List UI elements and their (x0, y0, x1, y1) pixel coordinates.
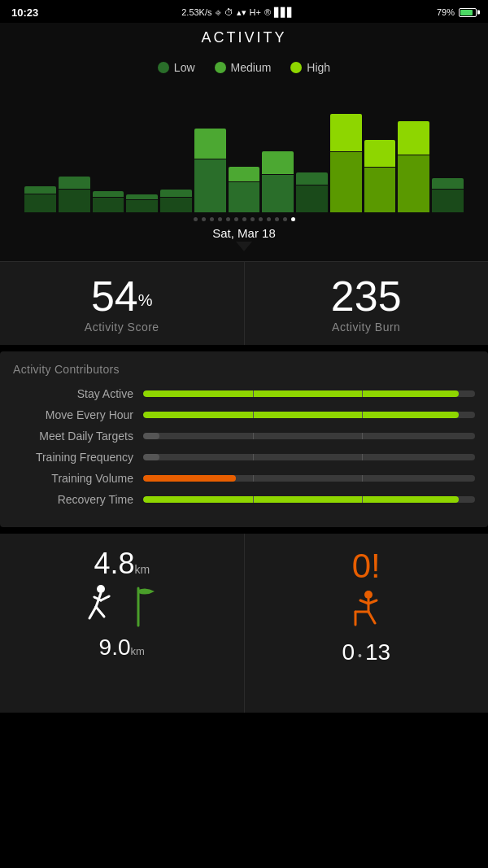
dot-5 (226, 217, 230, 221)
bar-group-11 (398, 121, 429, 212)
bar-bot-7 (262, 175, 294, 212)
bar-top-11 (398, 121, 429, 155)
dot-3 (210, 217, 214, 221)
bluetooth-icon: ⎆ (216, 7, 221, 17)
bottom-card-walking: 4.8km 9.0km (0, 534, 245, 713)
bar-top-3 (126, 194, 158, 199)
walking-main-value: 4.8km (94, 547, 150, 581)
bar-fill-training-frequency (143, 454, 159, 460)
walking-sub-km: 9.0 (99, 635, 131, 660)
bar-top-5 (194, 129, 226, 159)
dot-active (291, 217, 295, 221)
bar-top-4 (160, 190, 192, 197)
activity-burn-value: 235 (331, 275, 402, 317)
page-title: ACTIVITY (201, 29, 286, 46)
bar-bot-5 (194, 159, 226, 212)
bar-bot-3 (126, 200, 158, 212)
walking-km-unit: km (134, 563, 150, 576)
network-speed: 2.53K/s (181, 7, 211, 17)
bar-group-4 (160, 190, 192, 212)
contributor-label-meet-daily-targets: Meet Daily Targets (13, 430, 143, 443)
legend-high: High (290, 61, 330, 74)
contributor-label-training-frequency: Training Frequency (13, 451, 143, 464)
bar-fill-training-volume (143, 475, 236, 482)
bar-fill-meet-daily-targets (143, 433, 159, 439)
contributor-training-frequency: Training Frequency (13, 451, 475, 464)
battery-icon (459, 8, 477, 17)
dot-1 (194, 217, 198, 221)
walking-person-icon (83, 584, 119, 628)
activity-score-card: 54% Activity Score (0, 262, 245, 345)
contributor-recovery-time: Recovery Time (13, 493, 475, 506)
bar-chart (16, 82, 472, 212)
battery-fill (460, 10, 473, 15)
dot-9 (259, 217, 263, 221)
bar-group-2 (93, 191, 124, 212)
contributor-label-training-volume: Training Volume (13, 472, 143, 485)
bar-group-1 (59, 177, 90, 212)
bar-bot-10 (364, 168, 396, 212)
bottom-card-sitting: 0! 0 • 13 (245, 534, 489, 713)
contributors-title: Activity Contributors (13, 363, 475, 376)
bar-group-12 (432, 178, 464, 212)
contributor-label-move-every-hour: Move Every Hour (13, 408, 143, 421)
contributor-meet-daily-targets: Meet Daily Targets (13, 430, 475, 443)
contributor-label-stay-active: Stay Active (13, 387, 143, 400)
contributors-section: Activity Contributors Stay Active Move E… (0, 351, 488, 527)
bar-top-2 (93, 191, 124, 197)
sitting-person-icon (344, 589, 388, 633)
sitting-sub-row: 0 • 13 (342, 639, 390, 665)
bar-fill-recovery-time (143, 496, 459, 503)
contributor-training-volume: Training Volume (13, 472, 475, 485)
activity-burn-label: Activity Burn (332, 321, 400, 334)
sitting-sub-value: 0 (342, 639, 355, 665)
contributor-bar-move-every-hour (143, 412, 475, 418)
bar-fill-move-every-hour (143, 412, 459, 418)
bar-group-5 (194, 129, 226, 212)
legend-low-label: Low (174, 61, 195, 74)
svg-line-11 (368, 612, 375, 623)
bar-bot-11 (398, 155, 429, 212)
sitting-alert: 0! (352, 547, 381, 585)
dot-8 (251, 217, 255, 221)
activity-score-label: Activity Score (85, 321, 159, 334)
legend-high-label: High (307, 61, 330, 74)
svg-point-0 (97, 585, 105, 593)
walking-sub-value: 9.0km (99, 635, 145, 661)
dot-2 (202, 217, 206, 221)
legend-dot-low (158, 62, 169, 73)
flag-icon (132, 585, 161, 627)
chart-section: Low Medium High (0, 55, 488, 212)
bottom-stats-row: 4.8km 9.0km 0! (0, 534, 488, 713)
bar-bot-0 (24, 194, 56, 212)
score-number: 54 (91, 273, 138, 320)
burn-number: 235 (331, 273, 402, 320)
bar-group-7 (262, 151, 294, 212)
contributor-bar-meet-daily-targets (143, 433, 475, 439)
score-row: 54% Activity Score 235 Activity Burn (0, 261, 488, 345)
dot-6 (234, 217, 238, 221)
bar-bot-12 (432, 190, 464, 212)
contributor-label-recovery-time: Recovery Time (13, 493, 143, 506)
bar-group-10 (364, 140, 396, 212)
contributor-move-every-hour: Move Every Hour (13, 408, 475, 421)
bar-bot-6 (229, 182, 260, 212)
bar-top-0 (24, 186, 56, 194)
signal-bars: ▋▋▋ (274, 7, 294, 18)
dot-7 (242, 217, 246, 221)
bar-top-12 (432, 178, 464, 189)
status-bar: 10:23 2.53K/s ⎆ ⏱ ▴▾ H+ ® ▋▋▋ 79% (0, 0, 488, 23)
bar-group-9 (330, 114, 362, 212)
sitting-extra-value: 13 (365, 639, 390, 665)
bar-top-7 (262, 151, 294, 174)
activity-burn-card: 235 Activity Burn (245, 262, 489, 345)
walking-km-value: 4.8 (94, 547, 134, 580)
sitting-separator: • (358, 649, 362, 662)
score-unit: % (138, 291, 153, 309)
walking-sub-unit: km (131, 645, 145, 657)
bar-top-6 (229, 167, 260, 181)
date-indicator: Sat, Mar 18 (0, 212, 488, 261)
svg-line-3 (96, 607, 104, 617)
bar-chart-bars (24, 107, 464, 212)
bar-group-8 (296, 172, 328, 212)
